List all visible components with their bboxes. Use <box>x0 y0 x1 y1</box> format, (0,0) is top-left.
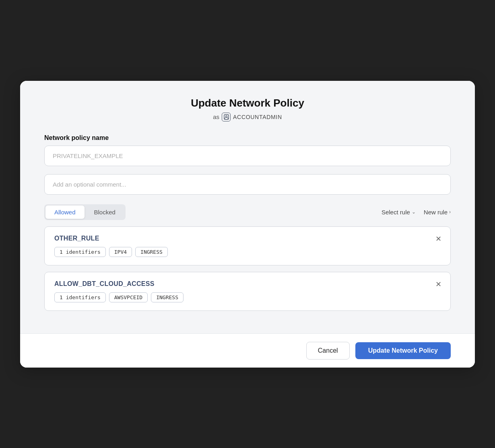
chevron-right-icon: › <box>449 209 451 215</box>
rule-tags-1: 1 identifiers AWSVPCEID INGRESS <box>54 292 442 302</box>
rule-tags-0: 1 identifiers IPV4 INGRESS <box>54 247 442 257</box>
rule-tag-0-0: 1 identifiers <box>54 247 106 257</box>
rule-card-0: OTHER_RULE 1 identifiers IPV4 INGRESS ✕ <box>44 226 451 265</box>
policy-name-label: Network policy name <box>44 134 451 142</box>
modal-title: Update Network Policy <box>44 97 451 109</box>
tabs-row: Allowed Blocked Select rule ⌄ New rule › <box>44 204 451 220</box>
modal-body: Update Network Policy as ACCOUNTADMIN Ne… <box>20 81 475 333</box>
rule-card-1: ALLOW_DBT_CLOUD_ACCESS 1 identifiers AWS… <box>44 272 451 311</box>
role-icon <box>222 113 231 121</box>
rule-actions: Select rule ⌄ New rule › <box>382 209 451 216</box>
policy-name-input[interactable] <box>44 146 451 166</box>
submit-button[interactable]: Update Network Policy <box>355 342 451 359</box>
chevron-down-icon: ⌄ <box>412 209 416 215</box>
modal-subtitle: as ACCOUNTADMIN <box>44 113 451 121</box>
rule-tag-0-1: IPV4 <box>109 247 132 257</box>
comment-input[interactable] <box>44 174 451 195</box>
tab-blocked[interactable]: Blocked <box>85 206 124 219</box>
rules-list: OTHER_RULE 1 identifiers IPV4 INGRESS ✕ … <box>44 226 451 311</box>
svg-point-1 <box>225 115 227 117</box>
tab-allowed[interactable]: Allowed <box>45 206 85 219</box>
remove-rule-1-button[interactable]: ✕ <box>433 279 444 290</box>
modal-footer: Cancel Update Network Policy <box>20 333 475 368</box>
new-rule-button[interactable]: New rule › <box>424 209 451 216</box>
rule-tag-1-2: INGRESS <box>151 292 184 302</box>
rule-tag-0-2: INGRESS <box>135 247 168 257</box>
select-rule-button[interactable]: Select rule ⌄ <box>382 209 416 216</box>
rule-tag-1-0: 1 identifiers <box>54 292 106 302</box>
modal-container: Update Network Policy as ACCOUNTADMIN Ne… <box>20 81 475 368</box>
remove-rule-0-button[interactable]: ✕ <box>433 233 444 245</box>
tabs-group: Allowed Blocked <box>44 204 126 220</box>
cancel-button[interactable]: Cancel <box>306 342 350 360</box>
rule-name-0: OTHER_RULE <box>54 235 442 242</box>
subtitle-prefix: as <box>213 113 219 120</box>
rule-name-1: ALLOW_DBT_CLOUD_ACCESS <box>54 280 442 288</box>
role-name: ACCOUNTADMIN <box>233 114 282 120</box>
rule-tag-1-1: AWSVPCEID <box>109 292 148 302</box>
